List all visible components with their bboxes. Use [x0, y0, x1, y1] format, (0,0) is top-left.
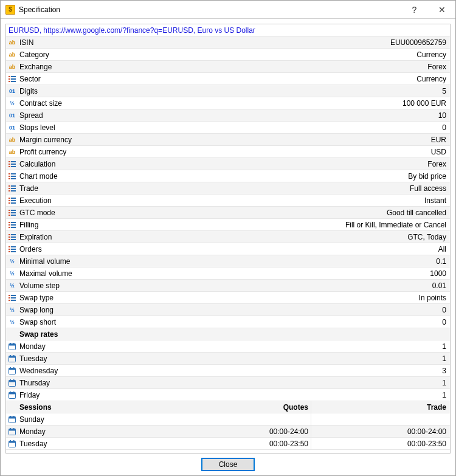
svg-rect-23	[11, 190, 16, 191]
text-field-icon: ab	[7, 135, 17, 145]
svg-rect-11	[11, 166, 16, 167]
property-row[interactable]: 01Spread10	[6, 109, 450, 122]
prop-label: Calculation	[19, 160, 184, 168]
help-button[interactable]: ?	[401, 1, 428, 19]
svg-rect-12	[9, 173, 10, 174]
property-row[interactable]: GTC modeGood till cancelled	[6, 207, 450, 219]
prop-value: 10	[184, 111, 446, 120]
property-row[interactable]: TradeFull access	[6, 182, 450, 195]
property-row[interactable]: ½Volume step0.01	[6, 280, 450, 292]
prop-value: 0	[184, 306, 446, 314]
svg-rect-20	[9, 188, 10, 189]
swap-rate-row[interactable]: Thursday1	[6, 377, 450, 389]
fraction-icon: ½	[7, 98, 17, 108]
sessions-header[interactable]: SessionsQuotesTrade	[6, 401, 450, 413]
close-window-button[interactable]: ✕	[428, 1, 455, 19]
text-field-icon: ab	[7, 62, 17, 72]
svg-rect-28	[9, 202, 10, 204]
svg-rect-36	[9, 222, 10, 223]
calendar-icon	[7, 354, 17, 364]
day-label: Tuesday	[19, 354, 184, 363]
property-row[interactable]: abMargin currencyEUR	[6, 134, 450, 146]
svg-rect-91	[13, 440, 15, 442]
svg-rect-4	[9, 81, 10, 82]
quotes-value: 00:00-23:50	[184, 438, 311, 449]
fraction-icon: ½	[7, 281, 17, 291]
svg-rect-73	[9, 380, 16, 382]
prop-label: Orders	[19, 245, 184, 254]
svg-rect-9	[11, 164, 16, 165]
property-row[interactable]: abCategoryCurrency	[6, 49, 450, 61]
prop-value: 5	[184, 87, 446, 95]
swap-rates-header[interactable]: Swap rates	[6, 328, 450, 340]
property-row[interactable]: ExpirationGTC, Today	[6, 231, 450, 243]
prop-value: EUR	[184, 136, 446, 144]
prop-value: Currency	[184, 75, 446, 83]
day-label: Monday	[19, 427, 184, 436]
enum-icon	[7, 232, 17, 242]
symbol-link-row[interactable]: EURUSD, https://www.google.com/?finance?…	[6, 24, 450, 36]
property-row[interactable]: Chart modeBy bid price	[6, 170, 450, 182]
svg-rect-0	[9, 76, 10, 77]
property-row[interactable]: Swap typeIn points	[6, 292, 450, 304]
svg-rect-27	[11, 200, 16, 201]
property-row[interactable]: ExecutionInstant	[6, 195, 450, 207]
property-row[interactable]: SectorCurrency	[6, 73, 450, 85]
svg-rect-46	[9, 239, 10, 240]
svg-rect-74	[10, 379, 12, 381]
svg-rect-1	[11, 76, 16, 77]
prop-label: Trade	[19, 184, 184, 193]
swap-rate-row[interactable]: Friday1	[6, 389, 450, 401]
prop-label: Swap long	[19, 306, 184, 314]
svg-rect-65	[9, 356, 16, 357]
swap-rate-row[interactable]: Tuesday1	[6, 353, 450, 365]
prop-label: Execution	[19, 196, 184, 205]
svg-rect-69	[9, 368, 16, 370]
day-value: 1	[184, 379, 446, 387]
property-row[interactable]: 01Digits5	[6, 85, 450, 97]
property-row[interactable]: ½Maximal volume1000	[6, 267, 450, 280]
property-row[interactable]: 01Stops level0	[6, 122, 450, 134]
spec-grid[interactable]: EURUSD, https://www.google.com/?finance?…	[6, 24, 450, 453]
property-row[interactable]: abExchangeForex	[6, 61, 450, 73]
close-button[interactable]: Close	[201, 458, 255, 471]
calendar-icon	[7, 427, 17, 436]
svg-rect-5	[11, 81, 16, 82]
day-value: 1	[184, 354, 446, 363]
svg-rect-54	[9, 295, 10, 296]
swap-rate-row[interactable]: Monday1	[6, 340, 450, 353]
prop-label: Stops level	[19, 123, 184, 132]
property-row[interactable]: abISINEUU0009652759	[6, 36, 450, 49]
section-title: Swap rates	[19, 330, 446, 339]
svg-rect-39	[11, 224, 16, 226]
quotes-col-header: Quotes	[184, 401, 311, 413]
session-row[interactable]: Monday00:00-24:0000:00-24:00	[6, 426, 450, 438]
property-row[interactable]: abProfit currencyUSD	[6, 146, 450, 158]
property-row[interactable]: ½Swap long0	[6, 304, 450, 316]
prop-value: 1000	[184, 269, 446, 278]
property-row[interactable]: ½Swap short0	[6, 316, 450, 328]
svg-rect-41	[11, 227, 16, 228]
property-row[interactable]: ½Contract size100 000 EUR	[6, 97, 450, 109]
svg-rect-70	[10, 367, 12, 369]
property-row[interactable]: FillingFill or Kill, Immediate or Cancel	[6, 219, 450, 231]
enum-icon	[7, 74, 17, 84]
svg-rect-75	[13, 379, 15, 381]
svg-rect-58	[9, 300, 10, 301]
session-row[interactable]: Sunday	[6, 413, 450, 426]
property-row[interactable]: CalculationForex	[6, 158, 450, 170]
session-row[interactable]: Tuesday00:00-23:5000:00-23:50	[6, 438, 450, 450]
svg-rect-50	[9, 249, 10, 250]
prop-value: 0.1	[184, 257, 446, 266]
day-label: Monday	[19, 342, 184, 351]
property-row[interactable]: OrdersAll	[6, 243, 450, 255]
prop-value: 0.01	[184, 281, 446, 290]
enum-icon	[7, 220, 17, 230]
property-row[interactable]: ½Minimal volume0.1	[6, 255, 450, 267]
prop-value: 0	[184, 123, 446, 132]
svg-rect-52	[9, 251, 10, 252]
prop-label: Filling	[19, 221, 184, 229]
svg-rect-26	[9, 200, 10, 201]
swap-rate-row[interactable]: Wednesday3	[6, 365, 450, 377]
day-label: Sunday	[19, 415, 184, 424]
